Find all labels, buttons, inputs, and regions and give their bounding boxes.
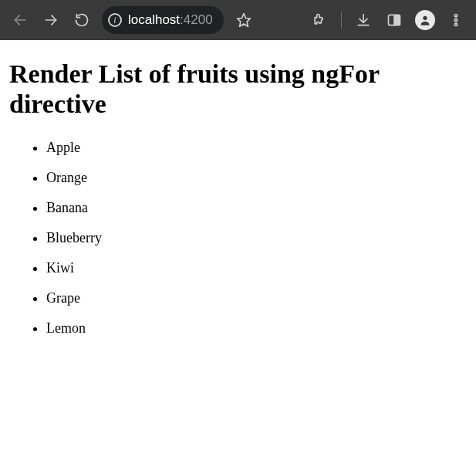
- list-item: Grape: [46, 283, 467, 313]
- profile-button[interactable]: [411, 6, 439, 34]
- bookmark-button[interactable]: [230, 6, 258, 34]
- panel-icon: [387, 12, 402, 28]
- arrow-left-icon: [12, 12, 28, 28]
- list-item: Apple: [46, 133, 467, 163]
- reload-icon: [74, 12, 89, 28]
- puzzle-icon: [312, 12, 327, 28]
- extensions-button[interactable]: [306, 6, 333, 34]
- list-item: Kiwi: [46, 253, 467, 283]
- svg-point-9: [454, 15, 457, 17]
- site-info-icon[interactable]: i: [108, 13, 122, 27]
- back-button[interactable]: [6, 6, 34, 34]
- kebab-icon: [448, 12, 464, 28]
- url-text: localhost:4200: [128, 12, 213, 28]
- reload-button[interactable]: [68, 6, 96, 34]
- svg-marker-2: [237, 14, 250, 27]
- page-heading: Render List of fruits using ngFor direct…: [9, 59, 467, 119]
- list-item: Orange: [46, 163, 467, 193]
- url-port: :4200: [180, 12, 213, 27]
- list-item: Blueberry: [46, 223, 467, 253]
- svg-point-10: [454, 19, 457, 21]
- download-icon: [356, 12, 371, 28]
- fruits-list: AppleOrangeBananaBlueberryKiwiGrapeLemon: [9, 133, 467, 343]
- downloads-button[interactable]: [349, 6, 377, 34]
- svg-point-11: [454, 23, 457, 25]
- toolbar-separator: [341, 12, 342, 29]
- side-panel-button[interactable]: [380, 6, 408, 34]
- list-item: Banana: [46, 193, 467, 223]
- url-host: localhost: [128, 12, 180, 27]
- address-bar[interactable]: i localhost:4200: [102, 6, 224, 34]
- arrow-right-icon: [43, 12, 59, 28]
- browser-toolbar: i localhost:4200: [0, 0, 476, 40]
- menu-button[interactable]: [442, 6, 470, 34]
- page-content: Render List of fruits using ngFor direct…: [0, 40, 476, 351]
- star-icon: [236, 12, 252, 28]
- forward-button[interactable]: [37, 6, 65, 34]
- svg-point-8: [423, 16, 427, 20]
- list-item: Lemon: [46, 313, 467, 343]
- avatar-icon: [415, 10, 435, 30]
- svg-rect-7: [394, 15, 400, 25]
